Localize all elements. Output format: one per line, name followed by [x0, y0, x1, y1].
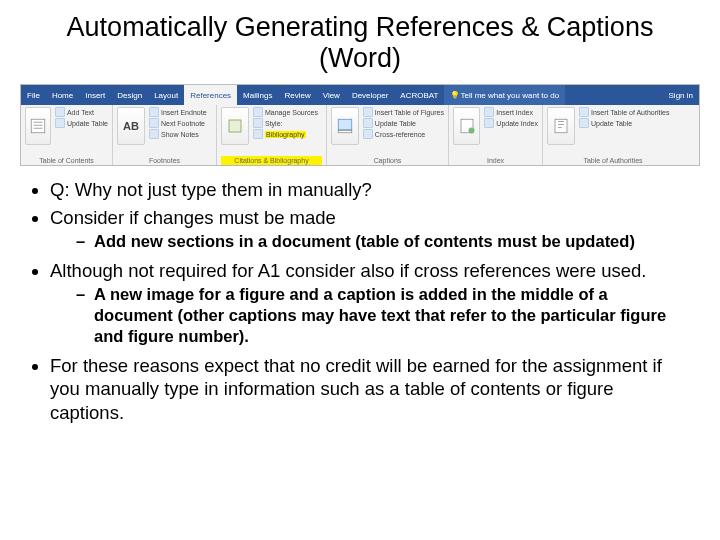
- tab-references[interactable]: References: [184, 85, 237, 105]
- group-citations: Manage Sources Style: Bibliography Citat…: [217, 105, 327, 165]
- tell-me-label: Tell me what you want to do: [460, 91, 559, 100]
- group-label-toc: Table of Contents: [25, 156, 108, 165]
- refresh-icon: [55, 118, 65, 128]
- ribbon-right: Sign in: [663, 85, 699, 105]
- ribbon-tab-bar: File Home Insert Design Layout Reference…: [21, 85, 699, 105]
- index-icon: [484, 107, 494, 117]
- tell-me-search[interactable]: 💡 Tell me what you want to do: [444, 85, 565, 105]
- svg-rect-0: [31, 119, 45, 133]
- svg-point-8: [468, 128, 474, 134]
- svg-rect-6: [338, 131, 352, 133]
- group-table-of-contents: Add Text Update Table Table of Contents: [21, 105, 113, 165]
- add-text-button[interactable]: Add Text: [55, 107, 108, 117]
- endnote-icon: [149, 107, 159, 117]
- toa-icon: [579, 107, 589, 117]
- bibliography-button[interactable]: Bibliography: [253, 129, 318, 139]
- ab-icon: AB: [123, 120, 139, 132]
- update-figures-button[interactable]: Update Table: [363, 118, 444, 128]
- group-label-citations: Citations & Bibliography: [221, 156, 322, 165]
- tab-acrobat[interactable]: ACROBAT: [394, 85, 444, 105]
- tab-review[interactable]: Review: [278, 85, 316, 105]
- tab-insert[interactable]: Insert: [79, 85, 111, 105]
- bullet-3: Although not required for A1 consider al…: [50, 260, 646, 281]
- bullet-3a: A new image for a figure and a caption i…: [76, 284, 686, 347]
- style-dropdown[interactable]: Style:: [253, 118, 318, 128]
- title-line-1: Automatically Generating References & Ca…: [67, 12, 654, 42]
- group-label-footnotes: Footnotes: [117, 156, 212, 165]
- insert-table-of-figures-button[interactable]: Insert Table of Figures: [363, 107, 444, 117]
- slide: Automatically Generating References & Ca…: [0, 0, 720, 540]
- toc-icon: [29, 117, 47, 135]
- word-ribbon-screenshot: File Home Insert Design Layout Reference…: [20, 84, 700, 166]
- refresh-icon: [579, 118, 589, 128]
- bullet-1: Q: Why not just type them in manually?: [50, 178, 686, 202]
- table-of-contents-button[interactable]: [25, 107, 51, 145]
- slide-body: Q: Why not just type them in manually? C…: [0, 172, 720, 424]
- mark-citation-icon: [552, 117, 570, 135]
- update-toc-button[interactable]: Update Table: [55, 118, 108, 128]
- bullet-2: Consider if changes must be made: [50, 207, 336, 228]
- group-index: Insert Index Update Index Index: [449, 105, 543, 165]
- refresh-icon: [363, 118, 373, 128]
- mark-entry-button[interactable]: [453, 107, 480, 145]
- caption-icon: [336, 117, 354, 135]
- title-line-2: (Word): [319, 43, 401, 73]
- svg-rect-5: [338, 119, 352, 130]
- tab-design[interactable]: Design: [111, 85, 148, 105]
- update-toa-button[interactable]: Update Table: [579, 118, 669, 128]
- show-notes-button[interactable]: Show Notes: [149, 129, 207, 139]
- mark-entry-icon: [458, 117, 476, 135]
- sign-in-link[interactable]: Sign in: [663, 91, 699, 100]
- svg-rect-4: [229, 120, 241, 132]
- group-captions: Insert Table of Figures Update Table Cro…: [327, 105, 449, 165]
- insert-index-button[interactable]: Insert Index: [484, 107, 538, 117]
- insert-footnote-button[interactable]: AB: [117, 107, 145, 145]
- group-authorities: Insert Table of Authorities Update Table…: [543, 105, 683, 165]
- tab-home[interactable]: Home: [46, 85, 79, 105]
- tab-developer[interactable]: Developer: [346, 85, 394, 105]
- insert-citation-button[interactable]: [221, 107, 249, 145]
- tab-mailings[interactable]: Mailings: [237, 85, 278, 105]
- sources-icon: [253, 107, 263, 117]
- group-footnotes: AB Insert Endnote Next Footnote Show Not…: [113, 105, 217, 165]
- manage-sources-button[interactable]: Manage Sources: [253, 107, 318, 117]
- cross-reference-button[interactable]: Cross-reference: [363, 129, 444, 139]
- group-label-authorities: Table of Authorities: [547, 156, 679, 165]
- plus-icon: [55, 107, 65, 117]
- group-label-index: Index: [453, 156, 538, 165]
- refresh-icon: [484, 118, 494, 128]
- insert-endnote-button[interactable]: Insert Endnote: [149, 107, 207, 117]
- biblio-icon: [253, 129, 263, 139]
- update-index-button[interactable]: Update Index: [484, 118, 538, 128]
- citation-icon: [226, 117, 244, 135]
- next-icon: [149, 118, 159, 128]
- bullet-4: For these reasons expect that no credit …: [50, 354, 686, 425]
- insert-toa-button[interactable]: Insert Table of Authorities: [579, 107, 669, 117]
- bullet-2a: Add new sections in a document (table of…: [76, 231, 686, 252]
- notes-icon: [149, 129, 159, 139]
- tab-layout[interactable]: Layout: [148, 85, 184, 105]
- crossref-icon: [363, 129, 373, 139]
- slide-title: Automatically Generating References & Ca…: [0, 12, 720, 74]
- insert-caption-button[interactable]: [331, 107, 359, 145]
- next-footnote-button[interactable]: Next Footnote: [149, 118, 207, 128]
- lightbulb-icon: 💡: [450, 91, 460, 100]
- tab-view[interactable]: View: [317, 85, 346, 105]
- ribbon-body: Add Text Update Table Table of Contents …: [21, 105, 699, 165]
- group-label-captions: Captions: [331, 156, 444, 165]
- figures-icon: [363, 107, 373, 117]
- mark-citation-button[interactable]: [547, 107, 575, 145]
- tab-file[interactable]: File: [21, 85, 46, 105]
- style-icon: [253, 118, 263, 128]
